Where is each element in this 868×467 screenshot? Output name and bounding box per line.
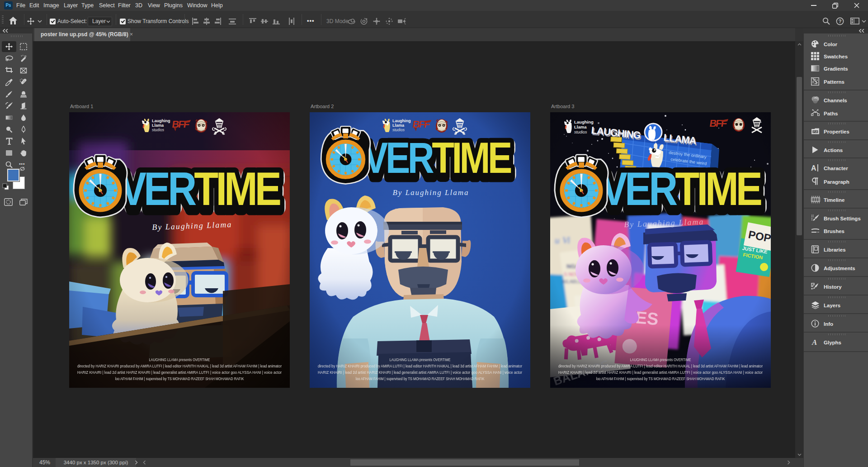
- svg-text:HARIZ KHAIRI | lead 2d artist: HARIZ KHAIRI | lead 2d artist HARIZ KHAI…: [558, 370, 763, 375]
- svg-text:directed by HARIZ KHAIRI produ: directed by HARIZ KHAIRI produced by AMI…: [318, 364, 522, 368]
- svg-text:A: A: [811, 164, 816, 172]
- svg-text:loo AFHAM FAHIM | supervised b: loo AFHAM FAHIM | supervised by TS MOHAM…: [115, 376, 245, 381]
- svg-text:Llama: Llama: [574, 124, 587, 129]
- svg-text:LAUGHING LLAMA presents OVERTI: LAUGHING LLAMA presents OVERTIME: [149, 357, 210, 362]
- svg-text:Laughing: Laughing: [152, 119, 170, 123]
- svg-text:studios: studios: [574, 130, 587, 134]
- svg-text:A: A: [811, 338, 817, 346]
- svg-text:Laughing: Laughing: [392, 119, 411, 123]
- svg-text:loo AFHAM FAHIM | supervised b: loo AFHAM FAHIM | supervised by TS MOHAM…: [596, 376, 726, 381]
- svg-text:loo AFHAM FAHIM | supervised b: loo AFHAM FAHIM | supervised by TS MOHAM…: [356, 376, 485, 381]
- svg-text:LAUGHING LLAMA presents OVERTI: LAUGHING LLAMA presents OVERTIME: [630, 357, 691, 362]
- svg-text:?: ?: [839, 19, 842, 24]
- svg-text:directed by HARIZ KHAIRI produ: directed by HARIZ KHAIRI produced by AMI…: [77, 364, 282, 368]
- svg-text:BFF: BFF: [709, 118, 728, 129]
- svg-text:Laughing: Laughing: [574, 119, 594, 124]
- svg-text:HARIZ KHAIRI | lead 2d artist: HARIZ KHAIRI | lead 2d artist HARIZ KHAI…: [318, 370, 522, 375]
- svg-text:LAUGHING LLAMA presents OVERTI: LAUGHING LLAMA presents OVERTIME: [390, 357, 451, 362]
- svg-text:Llama: Llama: [152, 123, 164, 128]
- svg-text:By Laughing Llama: By Laughing Llama: [392, 188, 469, 197]
- svg-text:studios: studios: [152, 128, 165, 132]
- svg-text:directed by HARIZ KHAIRI produ: directed by HARIZ KHAIRI produced by AMI…: [558, 364, 763, 368]
- svg-text:HARIZ KHAIRI | lead 2d artist: HARIZ KHAIRI | lead 2d artist HARIZ KHAI…: [77, 370, 282, 375]
- svg-text:studios: studios: [392, 128, 405, 132]
- svg-text:Llama: Llama: [392, 123, 405, 128]
